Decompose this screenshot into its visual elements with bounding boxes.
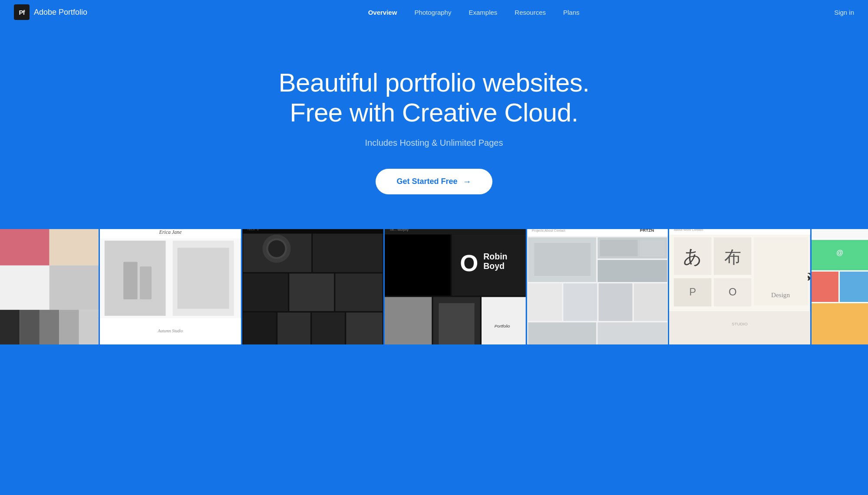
svg-rect-84 xyxy=(840,272,868,302)
svg-text:Robin: Robin xyxy=(483,252,507,261)
svg-rect-45 xyxy=(439,303,474,345)
nav-links: Overview Photography Examples Resources … xyxy=(113,9,834,16)
portfolio-thumb-1 xyxy=(0,229,99,346)
svg-rect-24 xyxy=(289,274,334,311)
svg-rect-78 xyxy=(669,311,810,346)
svg-rect-38 xyxy=(385,235,451,296)
portfolio-gallery: Erica Jane Autumn Studio xyxy=(0,229,868,346)
svg-rect-22 xyxy=(313,229,382,272)
portfolio-thumb-7: @ xyxy=(812,229,868,346)
svg-text:@: @ xyxy=(836,249,843,256)
svg-rect-63 xyxy=(597,322,667,346)
get-started-button[interactable]: Get Started Free → xyxy=(376,169,492,194)
svg-rect-54 xyxy=(597,260,667,282)
portfolio-thumb-4: Tin... Murphy O Robin Boyd Portfolio xyxy=(385,229,526,346)
nav-plans[interactable]: Plans xyxy=(563,9,580,16)
gallery-accent-bar-6 xyxy=(669,344,810,346)
svg-rect-15 xyxy=(140,266,152,299)
svg-text:Design: Design xyxy=(771,291,790,298)
cta-label: Get Started Free xyxy=(396,177,457,186)
svg-rect-59 xyxy=(563,283,597,321)
portfolio-thumb-3: Tech U xyxy=(242,229,383,346)
svg-text:O: O xyxy=(460,250,478,276)
svg-point-28 xyxy=(268,240,285,257)
cta-arrow-icon: → xyxy=(463,177,472,187)
svg-text:Tin... Murphy: Tin... Murphy xyxy=(389,229,409,232)
hero-section: Beautiful portfolio websites. Free with … xyxy=(0,24,868,229)
gallery-accent-bar-4 xyxy=(385,344,526,346)
svg-rect-57 xyxy=(640,240,664,256)
svg-text:P: P xyxy=(690,286,696,298)
svg-rect-1 xyxy=(0,229,50,266)
svg-rect-58 xyxy=(528,283,562,321)
gallery-accent-bar-3 xyxy=(242,344,383,346)
svg-text:Tech U: Tech U xyxy=(247,229,259,231)
gallery-accent-bar-5 xyxy=(527,344,668,346)
svg-text:PRTZN: PRTZN xyxy=(640,229,653,233)
svg-rect-32 xyxy=(346,312,382,346)
gallery-accent-bar-7 xyxy=(812,344,868,346)
svg-text:Portfolio: Portfolio xyxy=(495,324,510,328)
app-name: Adobe Portfolio xyxy=(34,8,87,17)
svg-rect-29 xyxy=(243,312,276,346)
gallery-accent-bar-2 xyxy=(100,344,241,346)
portfolio-thumb-5: Projects About Contact PRTZN xyxy=(527,229,668,346)
nav-photography[interactable]: Photography xyxy=(414,9,451,16)
svg-rect-62 xyxy=(528,322,596,346)
svg-text:布: 布 xyxy=(724,248,741,266)
svg-rect-25 xyxy=(335,274,382,311)
svg-rect-85 xyxy=(812,303,868,345)
svg-text:About   Work   Contact: About Work Contact xyxy=(674,229,703,232)
svg-rect-60 xyxy=(598,283,632,321)
svg-rect-81 xyxy=(812,229,868,239)
svg-rect-6 xyxy=(20,310,39,346)
svg-rect-23 xyxy=(243,274,288,311)
svg-rect-17 xyxy=(178,248,229,309)
svg-rect-33 xyxy=(242,229,383,234)
svg-rect-3 xyxy=(0,266,50,310)
portfolio-thumb-6: About Work Contact Letters あ 布 P O Desig… xyxy=(669,229,810,346)
nav-examples[interactable]: Examples xyxy=(469,9,497,16)
svg-rect-46 xyxy=(482,297,526,346)
svg-rect-31 xyxy=(312,312,345,346)
signin-link[interactable]: Sign in xyxy=(834,9,854,16)
nav-resources[interactable]: Resources xyxy=(515,9,546,16)
svg-rect-5 xyxy=(0,310,20,346)
svg-text:Boyd: Boyd xyxy=(483,261,505,271)
svg-rect-55 xyxy=(534,243,591,276)
svg-rect-8 xyxy=(59,310,79,346)
nav-overview[interactable]: Overview xyxy=(368,9,397,16)
navbar: Pf Adobe Portfolio Overview Photography … xyxy=(0,0,868,24)
svg-rect-14 xyxy=(123,262,137,299)
svg-rect-56 xyxy=(600,240,637,256)
svg-rect-9 xyxy=(79,310,99,346)
gallery-accent-bar-1 xyxy=(0,344,99,346)
hero-subtitle: Includes Hosting & Unlimited Pages xyxy=(9,138,859,148)
svg-text:あ: あ xyxy=(683,246,702,267)
svg-rect-83 xyxy=(812,272,838,302)
hero-title: Beautiful portfolio websites. Free with … xyxy=(239,68,630,128)
svg-text:Projects   About   Contact: Projects About Contact xyxy=(531,229,565,233)
logo-link[interactable]: Pf Adobe Portfolio xyxy=(14,4,87,20)
svg-rect-30 xyxy=(277,312,310,346)
svg-text:Autumn Studio: Autumn Studio xyxy=(158,328,183,333)
svg-rect-43 xyxy=(385,297,432,346)
svg-text:STUDIO: STUDIO xyxy=(732,321,748,326)
svg-rect-4 xyxy=(50,266,99,310)
svg-text:O: O xyxy=(729,286,737,298)
svg-rect-7 xyxy=(40,310,59,346)
svg-rect-2 xyxy=(50,229,99,266)
svg-rect-61 xyxy=(634,283,667,321)
pf-logo-icon: Pf xyxy=(14,4,30,20)
svg-text:Erica Jane: Erica Jane xyxy=(159,229,182,235)
portfolio-thumb-2: Erica Jane Autumn Studio xyxy=(100,229,241,346)
